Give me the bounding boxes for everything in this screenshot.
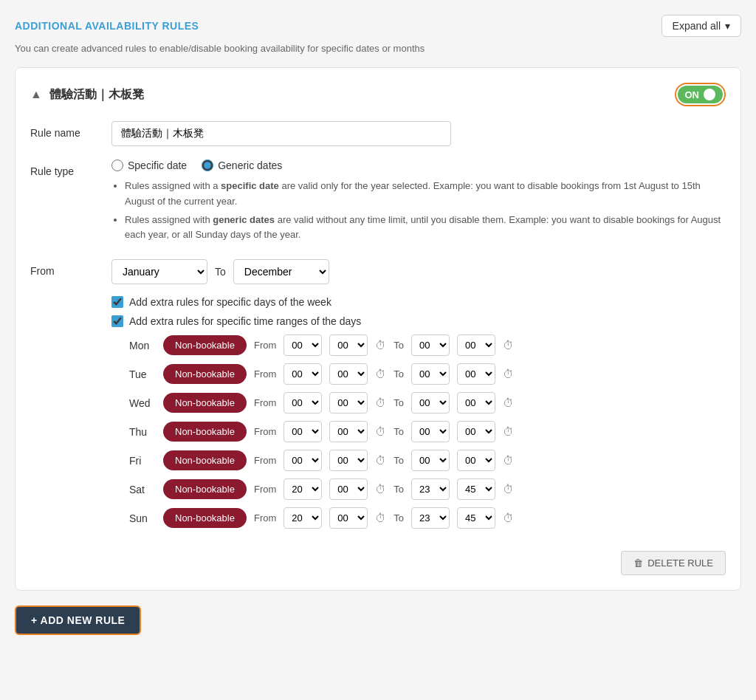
from-hour-select[interactable]: 0001020304050607080910111213141516171819… [284,421,322,442]
add-new-rule-container: + ADD NEW RULE [15,605,741,635]
to-min-select[interactable]: 000510152025303540455055 [457,334,495,356]
to-min-select[interactable]: 000510152025303540455055 [457,392,495,414]
generic-dates-radio[interactable] [202,159,213,171]
clock-icon[interactable]: ⏱ [375,397,386,409]
to-label: To [215,266,226,278]
to-hour-select[interactable]: 0001020304050607080910111213141516171819… [411,478,450,500]
rule-type-label: Rule type [30,159,97,177]
non-bookable-button[interactable]: Non-bookable [163,508,247,528]
from-min-select[interactable]: 000510152025303540455055 [329,334,368,356]
from-label-small: From [254,512,276,524]
clock-icon[interactable]: ⏱ [375,425,386,438]
clock-icon[interactable]: ⏱ [375,512,386,524]
page-title: ADDITIONAL AVAILABILITY RULES [15,20,199,32]
clock-icon[interactable]: ⏱ [375,339,386,351]
to-label-small: To [394,426,404,437]
rule-card-title: ▲ 體驗活動｜木板凳 [30,87,144,103]
non-bookable-button[interactable]: Non-bookable [163,393,247,413]
page-header: ADDITIONAL AVAILABILITY RULES Expand all… [15,15,741,37]
from-label-small: From [254,368,276,380]
from-min-select[interactable]: 000510152025303540455055 [329,421,368,442]
clock-icon-to[interactable]: ⏱ [503,339,514,351]
rule-card-header: ▲ 體驗活動｜木板凳 ON [30,83,726,106]
month-range: JanuaryFebruaryMarchAprilMayJuneJulyAugu… [111,259,726,284]
day-name: Sat [129,484,156,495]
day-row: ThuNon-bookableFrom000102030405060708091… [129,421,726,442]
from-label-small: From [254,397,276,408]
day-name: Fri [129,455,156,467]
to-min-select[interactable]: 000510152025303540455055 [457,507,495,529]
to-month-select[interactable]: JanuaryFebruaryMarchAprilMayJuneJulyAugu… [233,259,329,284]
generic-dates-option[interactable]: Generic dates [202,159,282,171]
to-label-small: To [394,368,404,380]
day-row: TueNon-bookableFrom000102030405060708091… [129,363,726,385]
non-bookable-button[interactable]: Non-bookable [163,364,247,384]
rule-name-content [111,121,726,146]
day-row: WedNon-bookableFrom000102030405060708091… [129,392,726,414]
trash-icon: 🗑 [633,557,643,569]
to-label-small: To [394,455,404,466]
to-hour-select[interactable]: 0001020304050607080910111213141516171819… [411,450,450,471]
checkbox-time[interactable] [111,315,123,327]
from-min-select[interactable]: 000510152025303540455055 [329,363,368,385]
specific-date-radio[interactable] [111,159,123,171]
from-month-select[interactable]: JanuaryFebruaryMarchAprilMayJuneJulyAugu… [111,259,207,284]
from-min-select[interactable]: 000510152025303540455055 [329,392,368,414]
checkbox-week-row: Add extra rules for specific days of the… [111,296,726,308]
from-hour-select[interactable]: 0001020304050607080910111213141516171819… [284,478,322,500]
to-min-select[interactable]: 000510152025303540455055 [457,450,495,471]
clock-icon-to[interactable]: ⏱ [503,397,514,409]
day-name: Thu [129,426,156,438]
to-label-small: To [394,340,404,351]
toggle-circle [704,89,715,100]
non-bookable-button[interactable]: Non-bookable [163,479,247,499]
checkbox-week[interactable] [111,296,123,308]
to-hour-select[interactable]: 0001020304050607080910111213141516171819… [411,363,450,385]
delete-rule-button[interactable]: 🗑 DELETE RULE [621,551,726,575]
from-hour-select[interactable]: 0001020304050607080910111213141516171819… [284,363,322,385]
to-min-select[interactable]: 000510152025303540455055 [457,478,495,500]
to-min-select[interactable]: 000510152025303540455055 [457,363,495,385]
from-hour-select[interactable]: 0001020304050607080910111213141516171819… [284,450,322,471]
to-min-select[interactable]: 000510152025303540455055 [457,421,495,442]
expand-all-button[interactable]: Expand all ▾ [662,15,741,37]
day-name: Mon [129,340,156,351]
from-min-select[interactable]: 000510152025303540455055 [329,507,368,529]
card-footer: 🗑 DELETE RULE [30,551,726,575]
non-bookable-button[interactable]: Non-bookable [163,450,247,470]
day-row: SunNon-bookableFrom000102030405060708091… [129,507,726,529]
day-rows: MonNon-bookableFrom000102030405060708091… [129,334,726,529]
from-hour-select[interactable]: 0001020304050607080910111213141516171819… [284,392,322,414]
rule-name-input[interactable] [111,121,451,146]
day-row: FriNon-bookableFrom000102030405060708091… [129,450,726,471]
from-min-select[interactable]: 000510152025303540455055 [329,450,368,471]
on-off-toggle[interactable]: ON [678,86,724,103]
add-new-rule-button[interactable]: + ADD NEW RULE [15,605,141,635]
to-hour-select[interactable]: 0001020304050607080910111213141516171819… [411,334,450,356]
to-hour-select[interactable]: 0001020304050607080910111213141516171819… [411,507,450,529]
from-label-small: From [254,455,276,466]
from-hour-select[interactable]: 0001020304050607080910111213141516171819… [284,334,322,356]
from-hour-select[interactable]: 0001020304050607080910111213141516171819… [284,507,322,529]
to-hour-select[interactable]: 0001020304050607080910111213141516171819… [411,392,450,414]
clock-icon-to[interactable]: ⏱ [503,368,514,380]
collapse-icon[interactable]: ▲ [30,88,42,101]
from-to-row: From JanuaryFebruaryMarchAprilMayJuneJul… [30,259,726,536]
from-label-small: From [254,484,276,495]
clock-icon-to[interactable]: ⏱ [503,454,514,467]
specific-date-option[interactable]: Specific date [111,159,187,171]
clock-icon[interactable]: ⏱ [375,483,386,495]
non-bookable-button[interactable]: Non-bookable [163,422,247,442]
clock-icon[interactable]: ⏱ [375,368,386,380]
clock-icon-to[interactable]: ⏱ [503,512,514,524]
to-label-small: To [394,484,404,495]
checkbox-week-label: Add extra rules for specific days of the… [129,296,331,308]
day-row: SatNon-bookableFrom000102030405060708091… [129,478,726,500]
clock-icon-to[interactable]: ⏱ [503,483,514,495]
from-min-select[interactable]: 000510152025303540455055 [329,478,368,500]
rule-notes: Rules assigned with a specific date are … [111,179,726,243]
non-bookable-button[interactable]: Non-bookable [163,335,247,355]
to-hour-select[interactable]: 0001020304050607080910111213141516171819… [411,421,450,442]
clock-icon-to[interactable]: ⏱ [503,425,514,438]
clock-icon[interactable]: ⏱ [375,454,386,467]
